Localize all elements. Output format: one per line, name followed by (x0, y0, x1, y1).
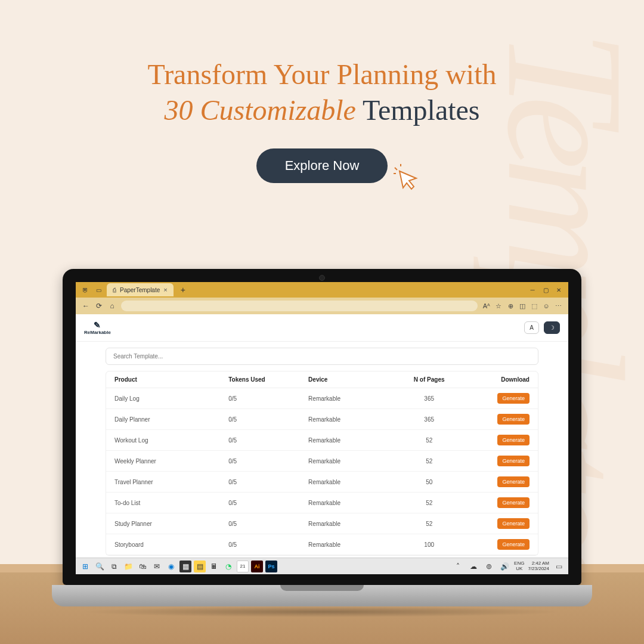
language-indicator[interactable]: ENG UK (514, 561, 524, 572)
dark-mode-toggle[interactable]: ☽ (544, 321, 560, 334)
cell-tokens: 0/5 (228, 500, 304, 506)
moon-icon: ☽ (549, 324, 555, 331)
cell-tokens: 0/5 (228, 541, 304, 548)
chevron-up-icon[interactable]: ˄ (452, 561, 464, 572)
system-clock[interactable]: 2:42 AM 7/23/2024 (528, 561, 549, 572)
cell-tokens: 0/5 (228, 479, 304, 485)
headline: Transform Your Planning with 30 Customiz… (0, 0, 644, 128)
table-header-row: Product Tokens Used Device N of Pages Do… (106, 371, 538, 388)
cell-device: Remarkable (308, 458, 390, 465)
col-product: Product (114, 376, 224, 383)
laptop: ⛨ ▭ ⎙ PaperTemplate × + ─ ▢ ✕ ← ⟳ ⌂ (63, 269, 581, 617)
table-row: Daily Planner0/5Remarkable365Generate (106, 409, 538, 430)
reader-icon[interactable]: Aᴬ (482, 302, 491, 310)
tab-favicon-icon: ⎙ (113, 287, 116, 293)
notes-icon[interactable]: ▤ (194, 561, 206, 572)
col-device: Device (308, 376, 390, 383)
favorite-icon[interactable]: ☆ (494, 302, 503, 310)
site-logo[interactable]: ✎ ReMarkable (84, 320, 111, 335)
laptop-shadow (80, 606, 564, 617)
back-icon[interactable]: ← (82, 302, 90, 310)
headline-line1: Transform Your Planning with (0, 57, 644, 92)
cell-product: Storyboard (114, 541, 224, 548)
cell-pages: 100 (395, 541, 463, 548)
cell-device: Remarkable (308, 416, 390, 423)
mail-icon[interactable]: ✉ (151, 561, 163, 572)
notifications-icon[interactable]: ▭ (553, 561, 565, 572)
cell-pages: 52 (395, 500, 463, 506)
maximize-icon[interactable]: ▢ (541, 285, 550, 295)
generate-button[interactable]: Generate (497, 518, 530, 529)
cell-tokens: 0/5 (228, 416, 304, 423)
cell-pages: 50 (395, 479, 463, 485)
onedrive-icon[interactable]: ☁ (467, 561, 479, 572)
explorer-icon[interactable]: 📁 (122, 561, 134, 572)
table-row: Workout Log0/5Remarkable52Generate (106, 430, 538, 451)
table-row: To-do List0/5Remarkable52Generate (106, 493, 538, 513)
generate-button[interactable]: Generate (497, 435, 530, 445)
generate-button[interactable]: Generate (497, 456, 530, 466)
refresh-icon[interactable]: ⟳ (95, 302, 103, 310)
profile-icon[interactable]: ☺ (542, 302, 550, 310)
cell-device: Remarkable (308, 395, 390, 402)
headline-line2-italic: 30 Customizable (164, 94, 355, 126)
volume-icon[interactable]: 🔊 (499, 561, 510, 572)
tab-overview-icon[interactable]: ▭ (94, 285, 103, 295)
store-icon[interactable]: 🛍 (137, 561, 148, 572)
minimize-icon[interactable]: ─ (528, 285, 537, 295)
new-tab-button[interactable]: + (177, 285, 189, 295)
cell-product: Daily Log (114, 395, 224, 402)
illustrator-icon[interactable]: Ai (251, 561, 263, 572)
laptop-base (52, 585, 592, 606)
cell-pages: 52 (395, 458, 463, 465)
table-row: Storyboard0/5Remarkable100Generate (106, 534, 538, 555)
font-size-button[interactable]: A (524, 321, 539, 334)
table-row: Daily Log0/5Remarkable365Generate (106, 388, 538, 409)
wifi-icon[interactable]: ⊚ (483, 561, 495, 572)
browser-tab[interactable]: ⎙ PaperTemplate × (107, 283, 174, 296)
start-icon[interactable]: ⊞ (79, 561, 91, 572)
search-icon[interactable]: 🔍 (94, 561, 106, 572)
cell-device: Remarkable (308, 500, 390, 506)
cell-product: Weekly Planner (114, 458, 224, 465)
cell-product: Workout Log (114, 437, 224, 444)
cell-product: To-do List (114, 500, 224, 506)
generate-button[interactable]: Generate (497, 393, 530, 404)
table-row: Weekly Planner0/5Remarkable52Generate (106, 451, 538, 472)
extensions-icon[interactable]: ⬚ (530, 302, 538, 310)
whatsapp-icon[interactable]: ◔ (222, 561, 234, 572)
calc-icon[interactable]: 🖩 (208, 561, 220, 572)
edge-icon[interactable]: ◉ (165, 561, 177, 572)
generate-button[interactable]: Generate (497, 476, 530, 487)
windows-taskbar: ⊞ 🔍 ⧉ 📁 🛍 ✉ ◉ ▦ ▤ 🖩 ◔ 21 Ai Ps ˄ ☁ ⊚ 🔊 (76, 558, 568, 574)
close-icon[interactable]: × (163, 286, 167, 293)
table-row: Travel Planner0/5Remarkable50Generate (106, 472, 538, 493)
cell-tokens: 0/5 (228, 437, 304, 444)
split-icon[interactable]: ◫ (518, 302, 527, 310)
browser-tab-bar: ⛨ ▭ ⎙ PaperTemplate × + ─ ▢ ✕ (76, 282, 568, 298)
explore-now-button[interactable]: Explore Now (256, 148, 388, 183)
photoshop-icon[interactable]: Ps (265, 561, 277, 572)
cell-pages: 52 (395, 521, 463, 527)
generate-button[interactable]: Generate (497, 497, 530, 508)
app-icon[interactable]: ▦ (179, 561, 191, 572)
webcam-icon (319, 275, 325, 281)
calendar-icon[interactable]: 21 (237, 561, 249, 572)
collections-icon[interactable]: ⊕ (506, 302, 515, 310)
templates-table: Product Tokens Used Device N of Pages Do… (106, 371, 538, 556)
menu-icon[interactable]: ⋯ (554, 302, 562, 310)
shield-icon[interactable]: ⛨ (80, 285, 90, 295)
pen-icon: ✎ (94, 320, 101, 330)
cell-device: Remarkable (308, 437, 390, 444)
url-input[interactable] (121, 301, 478, 311)
cell-tokens: 0/5 (228, 395, 304, 402)
window-close-icon[interactable]: ✕ (554, 285, 564, 295)
generate-button[interactable]: Generate (497, 539, 530, 550)
generate-button[interactable]: Generate (497, 414, 530, 425)
search-input[interactable] (106, 348, 538, 365)
home-icon[interactable]: ⌂ (108, 302, 116, 310)
task-view-icon[interactable]: ⧉ (108, 561, 120, 572)
tab-title: PaperTemplate (120, 287, 160, 293)
browser-address-bar: ← ⟳ ⌂ Aᴬ ☆ ⊕ ◫ ⬚ ☺ ⋯ (76, 298, 568, 314)
col-download: Download (468, 376, 530, 383)
